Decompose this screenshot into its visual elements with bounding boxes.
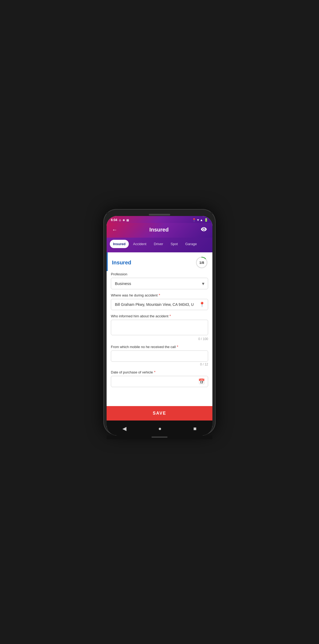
time-display: 6:04 [111,218,117,222]
accident-location-field-group: Where was he during accident * 📍 [111,293,208,310]
nav-bar: ◀ ● ■ [107,421,212,435]
accident-location-label: Where was he during accident * [111,293,208,297]
nav-home-button[interactable]: ● [154,425,166,433]
header-title: Insured [118,227,200,233]
tab-garage[interactable]: Garage [182,240,200,248]
speaker-grill [149,214,170,215]
profession-select-wrapper: Business Employee Self-Employed Student … [111,278,208,289]
bottom-indicator [151,437,168,438]
app-header: ← Insured [107,223,212,238]
accident-location-input[interactable] [111,299,208,310]
status-bar: 6:04 ◇ ⊕ ▤ 📍 ▾ ▲ 🔋 [107,216,212,223]
accident-location-required: * [159,293,160,297]
eye-button[interactable] [200,226,208,234]
tab-accident[interactable]: Accident [130,240,150,248]
progress-text: 1/8 [199,261,204,265]
mobile-required: * [177,345,178,349]
date-field-group: Date of purchase of vehicle * 📅 [111,370,208,387]
status-icon-2: ⊕ [123,219,125,222]
mobile-char-count: 0 / 12 [111,363,208,366]
mobile-input[interactable] [111,350,208,362]
bottom-bar [107,435,212,439]
tab-spot[interactable]: Spot [168,240,181,248]
informed-field-group: Who informed him about the accident * 0 … [111,314,208,341]
card-header: Insured 1/8 [107,252,212,271]
form-card: Insured 1/8 Profession [107,252,212,421]
profession-label: Profession [111,272,208,276]
main-content: Insured 1/8 Profession [107,252,212,421]
card-title: Insured [112,260,131,266]
progress-badge: 1/8 [195,256,208,269]
date-wrapper: 📅 [111,376,208,387]
status-left: 6:04 ◇ ⊕ ▤ [111,218,129,222]
nav-recent-button[interactable]: ■ [189,425,201,433]
informed-char-count: 0 / 100 [111,337,208,341]
date-required: * [154,370,155,374]
speaker-area [107,212,212,216]
date-input[interactable] [111,376,208,387]
form-body: Profession Business Employee Self-Employ… [107,271,212,406]
status-right: 📍 ▾ ▲ 🔋 [192,218,208,222]
status-icon-1: ◇ [119,219,121,222]
profession-select[interactable]: Business Employee Self-Employed Student … [111,278,208,289]
phone-device: 6:04 ◇ ⊕ ▤ 📍 ▾ ▲ 🔋 ← Insured [103,209,216,435]
tab-bar: Insured Accident Driver Spot Garage [107,238,212,252]
informed-label: Who informed him about the accident * [111,314,208,318]
mobile-label: From which mobile no he received the cal… [111,345,208,349]
location-icon: 📍 [192,218,196,222]
tab-insured[interactable]: Insured [110,240,129,248]
tab-driver[interactable]: Driver [151,240,166,248]
phone-screen: 6:04 ◇ ⊕ ▤ 📍 ▾ ▲ 🔋 ← Insured [107,216,212,435]
signal-icon: ▲ [200,218,203,222]
nav-back-button[interactable]: ◀ [118,424,131,433]
battery-icon: 🔋 [204,218,208,222]
wifi-icon: ▾ [197,218,199,222]
mobile-field-group: From which mobile no he received the cal… [111,345,208,366]
informed-required: * [169,314,171,318]
date-label: Date of purchase of vehicle * [111,370,208,374]
informed-textarea[interactable] [111,320,208,335]
save-button[interactable]: SAVE [107,406,212,421]
status-icon-3: ▤ [126,219,129,222]
accident-location-wrapper: 📍 [111,299,208,310]
back-button[interactable]: ← [111,226,118,234]
profession-field-group: Profession Business Employee Self-Employ… [111,272,208,289]
